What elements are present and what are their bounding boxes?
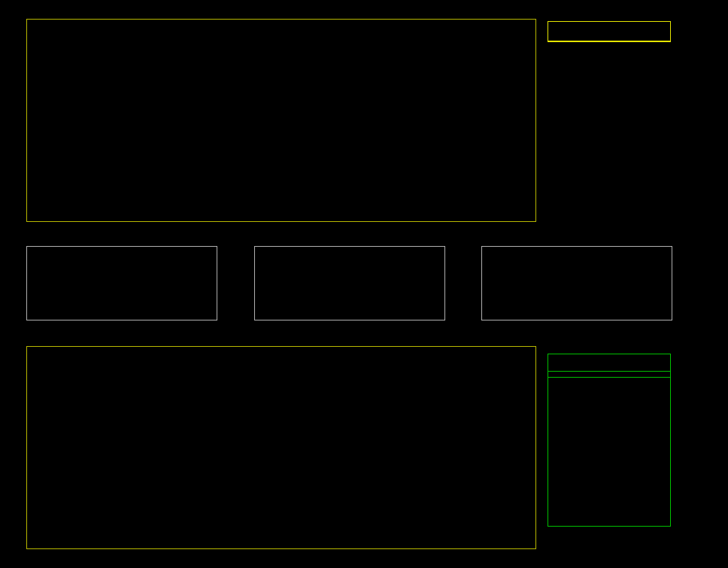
tec-separator-line	[548, 377, 670, 378]
autoscala-table-header	[548, 22, 670, 41]
top-ionogram-plot	[26, 19, 536, 222]
aip-table-header	[548, 354, 670, 372]
bottom-ionogram-plot	[26, 346, 536, 549]
autoscala-output-table	[548, 21, 671, 42]
bottom-ionogram-canvas	[27, 347, 535, 548]
thumbnail-multiple-reflections	[254, 246, 445, 320]
thumbnail-original-canvas	[27, 247, 217, 320]
thumbnail-reflections-canvas	[255, 247, 444, 320]
aip-table-rows	[548, 372, 670, 375]
thumbnail-f2-canvas	[482, 247, 672, 320]
aip-output-table	[548, 354, 671, 527]
top-ionogram-canvas	[27, 20, 535, 221]
thumbnail-f2-trace	[481, 246, 672, 320]
thumbnail-original-ionogram	[26, 246, 217, 320]
